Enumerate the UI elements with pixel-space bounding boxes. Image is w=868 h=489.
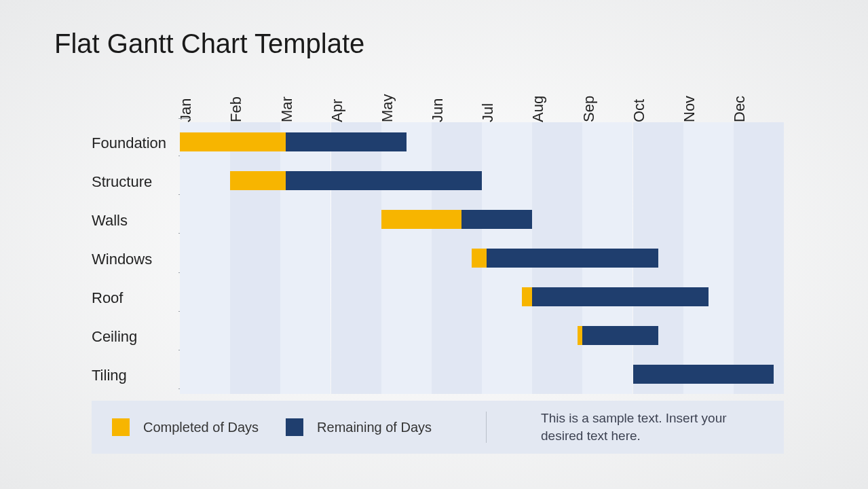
month-label: Aug — [529, 96, 547, 122]
legend-note: This is a sample text. Insert your desir… — [541, 410, 731, 444]
gantt-bar — [381, 210, 533, 229]
month-axis: JanFebMarAprMayJunJulAugSepOctNovDec — [180, 68, 784, 122]
gantt-bar — [472, 249, 658, 268]
bar-completed — [578, 326, 582, 345]
task-labels: FoundationStructureWallsWindowsRoofCeili… — [92, 122, 180, 394]
slide: Flat Gantt Chart Template JanFebMarAprMa… — [0, 0, 868, 489]
bars-layer — [180, 122, 784, 394]
legend-panel: Completed of Days Remaining of Days This… — [92, 401, 784, 454]
bar-completed — [472, 249, 487, 268]
task-label: Tiling — [92, 366, 127, 385]
bar-remaining — [461, 210, 532, 229]
swatch-completed — [112, 418, 130, 436]
bar-completed — [522, 287, 532, 306]
bar-remaining — [286, 132, 407, 151]
month-label: Oct — [630, 99, 648, 122]
month-label: Jun — [429, 98, 447, 122]
gantt-bar — [180, 132, 407, 151]
month-label: May — [379, 94, 396, 122]
task-label: Walls — [92, 211, 128, 230]
swatch-remaining — [286, 418, 303, 436]
gantt-bar — [578, 326, 658, 345]
task-label: Roof — [92, 289, 123, 308]
bar-completed — [381, 210, 462, 229]
bar-remaining — [487, 249, 658, 268]
task-label: Ceiling — [92, 327, 137, 346]
bar-remaining — [532, 287, 709, 306]
plot-area: FoundationStructureWallsWindowsRoofCeili… — [92, 122, 784, 394]
legend-remaining-label: Remaining of Days — [317, 420, 432, 435]
month-label: Mar — [278, 96, 296, 122]
page-title: Flat Gantt Chart Template — [54, 29, 364, 59]
task-label: Structure — [92, 173, 152, 192]
month-label: Sep — [580, 96, 598, 122]
legend-completed-label: Completed of Days — [143, 420, 259, 435]
bar-remaining — [286, 171, 482, 190]
month-label: Dec — [731, 96, 749, 122]
row-tick — [178, 118, 191, 119]
task-label: Foundation — [92, 134, 166, 153]
bar-remaining — [633, 365, 774, 384]
legend-divider — [486, 412, 487, 443]
task-label: Windows — [92, 250, 152, 269]
gantt-bar — [230, 171, 482, 190]
month-label: Jul — [479, 103, 497, 122]
bar-remaining — [582, 326, 658, 345]
month-label: Feb — [227, 96, 245, 122]
bar-completed — [180, 132, 286, 151]
gantt-bar — [633, 365, 774, 384]
month-label: Apr — [328, 99, 346, 122]
month-label: Nov — [681, 96, 698, 122]
bar-completed — [230, 171, 286, 190]
gantt-bar — [522, 287, 708, 306]
gantt-chart: JanFebMarAprMayJunJulAugSepOctNovDec Fou… — [92, 68, 784, 394]
